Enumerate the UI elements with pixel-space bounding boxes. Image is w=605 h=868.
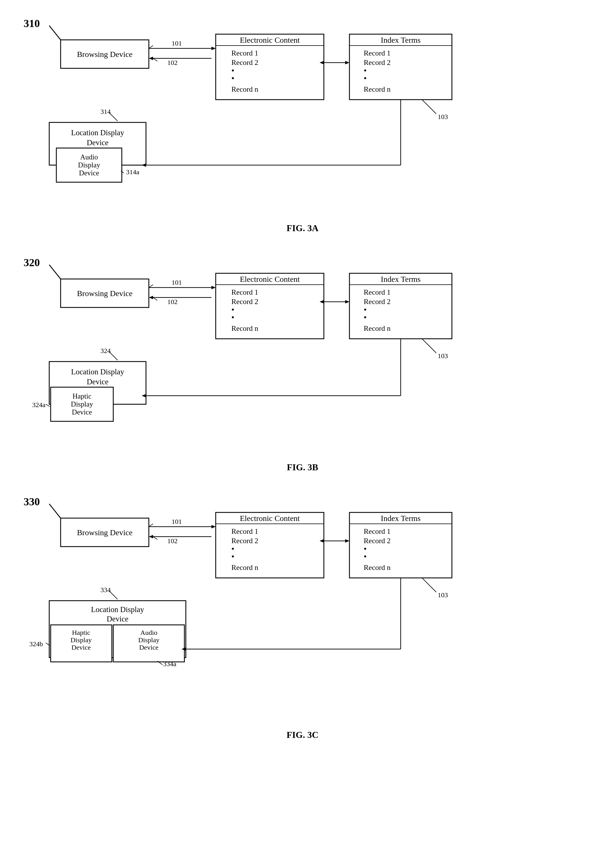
svg-text:102: 102	[167, 59, 178, 66]
svg-text:103: 103	[438, 591, 448, 599]
svg-text:Record 1: Record 1	[364, 527, 391, 535]
svg-marker-54	[149, 296, 153, 299]
svg-line-79	[109, 352, 118, 360]
svg-text:334: 334	[101, 586, 111, 594]
svg-line-56	[153, 298, 157, 300]
svg-text:101: 101	[172, 40, 182, 47]
svg-text:Record n: Record n	[364, 324, 391, 333]
svg-text:Device: Device	[87, 378, 108, 386]
svg-text:Record 2: Record 2	[231, 298, 258, 306]
svg-text:Device: Device	[139, 644, 158, 651]
svg-line-76	[422, 339, 436, 353]
fig-label-3b: FIG. 3B	[287, 462, 318, 473]
svg-text:Record n: Record n	[364, 563, 391, 572]
svg-text:314a: 314a	[126, 168, 139, 176]
svg-text:Location Display: Location Display	[91, 605, 144, 614]
svg-text:Record n: Record n	[231, 563, 258, 572]
svg-text:Device: Device	[71, 644, 91, 651]
svg-text:Location Display: Location Display	[71, 129, 124, 137]
svg-text:Index Terms: Index Terms	[381, 36, 421, 44]
svg-line-98	[149, 524, 153, 527]
svg-text:•: •	[231, 313, 235, 322]
svg-text:101: 101	[172, 279, 182, 286]
fig-label-3a: FIG. 3A	[286, 223, 319, 233]
svg-text:Record 2: Record 2	[364, 298, 391, 306]
svg-text:102: 102	[167, 537, 178, 545]
svg-line-122	[422, 578, 436, 592]
fig3b-svg: Browsing Device 101 102 Electronic Conte…	[24, 256, 581, 473]
svg-text:Record 2: Record 2	[231, 58, 258, 67]
svg-text:Electronic Content: Electronic Content	[240, 514, 300, 523]
svg-text:Device: Device	[87, 138, 108, 147]
svg-text:•: •	[364, 73, 367, 83]
fig3c-svg: Browsing Device 101 102 Electronic Conte…	[24, 495, 581, 740]
svg-text:Record 2: Record 2	[364, 536, 391, 545]
svg-text:Audio: Audio	[80, 153, 98, 161]
svg-text:Display: Display	[78, 161, 100, 169]
svg-line-92	[49, 504, 60, 518]
svg-line-33	[109, 112, 118, 121]
svg-line-6	[149, 45, 153, 48]
svg-marker-113	[345, 539, 350, 542]
svg-text:Device: Device	[72, 408, 92, 416]
svg-line-46	[49, 265, 60, 279]
svg-line-125	[109, 591, 118, 599]
svg-text:Index Terms: Index Terms	[381, 514, 421, 523]
svg-text:Browsing Device: Browsing Device	[77, 528, 132, 537]
svg-text:Record 1: Record 1	[231, 288, 258, 296]
svg-text:324b: 324b	[29, 640, 43, 648]
svg-marker-4	[212, 46, 216, 50]
svg-text:103: 103	[438, 113, 448, 121]
svg-text:Record 1: Record 1	[364, 49, 391, 57]
svg-text:Record 1: Record 1	[231, 527, 258, 535]
svg-text:324a: 324a	[32, 401, 45, 409]
section-3c: 330 Browsing Device 101 102 Electronic C…	[24, 495, 581, 740]
section-3a: 310 Browsing Device 101 102 Electronic C…	[24, 17, 581, 233]
svg-text:Display: Display	[138, 636, 159, 644]
svg-text:Record n: Record n	[231, 85, 258, 93]
svg-line-102	[153, 536, 157, 539]
svg-line-52	[149, 285, 153, 288]
svg-text:Browsing Device: Browsing Device	[77, 50, 132, 59]
svg-text:Record n: Record n	[364, 85, 391, 93]
svg-line-10	[153, 58, 157, 61]
svg-text:Record 2: Record 2	[231, 536, 258, 545]
svg-text:Display: Display	[71, 400, 93, 408]
svg-text:101: 101	[172, 518, 182, 525]
svg-line-30	[422, 100, 436, 114]
svg-text:334a: 334a	[163, 660, 176, 668]
fig-label-3c: FIG. 3C	[286, 730, 319, 740]
svg-text:Record 1: Record 1	[231, 49, 258, 57]
svg-marker-67	[345, 300, 350, 304]
svg-text:Audio: Audio	[140, 629, 157, 636]
svg-text:102: 102	[167, 298, 178, 305]
svg-text:•: •	[364, 552, 367, 561]
svg-text:314: 314	[101, 108, 111, 115]
svg-text:Record n: Record n	[231, 324, 258, 333]
svg-text:Device: Device	[79, 169, 99, 177]
svg-text:324: 324	[101, 347, 111, 355]
svg-text:Record 1: Record 1	[364, 288, 391, 296]
svg-text:Device: Device	[107, 615, 128, 623]
svg-text:•: •	[231, 552, 235, 561]
svg-text:103: 103	[438, 352, 448, 360]
svg-text:Location Display: Location Display	[71, 367, 124, 376]
svg-marker-21	[345, 61, 350, 64]
svg-marker-96	[212, 525, 216, 529]
svg-text:Record 2: Record 2	[364, 58, 391, 67]
section-3b: 320 Browsing Device 101 102 Electronic C…	[24, 256, 581, 473]
svg-text:•: •	[231, 73, 235, 83]
svg-text:Haptic: Haptic	[72, 629, 90, 636]
svg-marker-8	[149, 57, 153, 60]
svg-text:Haptic: Haptic	[73, 392, 91, 400]
svg-marker-50	[212, 286, 216, 289]
svg-marker-100	[149, 535, 153, 538]
svg-text:Browsing Device: Browsing Device	[77, 289, 132, 298]
svg-line-0	[49, 26, 60, 40]
svg-text:Electronic Content: Electronic Content	[240, 275, 300, 284]
svg-text:Display: Display	[71, 636, 92, 644]
svg-text:Electronic Content: Electronic Content	[240, 36, 300, 44]
fig3a-svg: Browsing Device 101 102 Electronic Conte…	[24, 17, 581, 233]
svg-text:•: •	[364, 313, 367, 322]
svg-text:Index Terms: Index Terms	[381, 275, 421, 284]
